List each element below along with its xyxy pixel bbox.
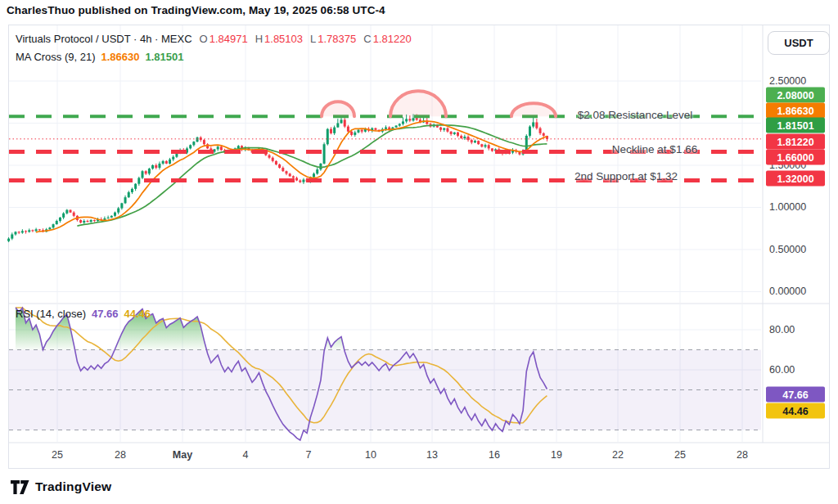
rsi-ma-value: 44.46 (124, 308, 151, 320)
annotation-resistance-label[interactable]: $2.08 Resistance Level (578, 109, 692, 121)
ma-cross-legend[interactable]: MA Cross (9, 21) 1.86630 1.81501 (16, 51, 184, 63)
symbol-legend[interactable]: Virtuals Protocol / USDT · 4h · MEXC O 1… (16, 33, 412, 45)
close-value: 1.81220 (373, 33, 412, 45)
symbol-title: Virtuals Protocol / USDT · 4h · MEXC (16, 33, 192, 45)
time-tick-label: 4 (243, 449, 249, 461)
time-tick-label: 28 (115, 449, 126, 461)
low-label: L (310, 33, 316, 45)
time-tick-label: 25 (52, 449, 63, 461)
time-tick-label: 22 (612, 449, 624, 461)
time-tick-label: 25 (674, 449, 686, 461)
rsi-value: 47.66 (92, 308, 119, 320)
price-badge: 1.66000 (766, 150, 825, 165)
time-tick-label: 13 (426, 449, 438, 461)
price-badge: 1.86630 (766, 103, 825, 119)
open-label: O (200, 33, 208, 45)
price-tick-label: 0.00000 (769, 286, 806, 297)
ma-slow-value: 1.81501 (146, 51, 184, 63)
ma-fast-value: 1.86630 (101, 51, 140, 63)
price-tick-label: 1.00000 (769, 201, 806, 213)
rsi-tick-label: 60.00 (769, 364, 795, 376)
rsi-tick-label: 80.00 (769, 324, 795, 335)
open-value: 1.84971 (210, 33, 248, 45)
currency-usdt-button[interactable]: USDT (768, 31, 830, 55)
annotation-support-label[interactable]: 2nd Support at $1.32 (574, 170, 678, 182)
price-badge: 1.81220 (766, 134, 825, 150)
time-tick-label: 7 (306, 449, 312, 461)
high-label: H (255, 33, 263, 45)
rsi-legend[interactable]: RSI (14, close) 47.66 44.46 (16, 308, 151, 320)
close-label: C (363, 33, 371, 45)
rsi-label: RSI (14, close) (16, 308, 86, 320)
annotation-neckline-label[interactable]: Neckline at $1.66 (612, 143, 697, 155)
price-tick-label: 2.50000 (769, 75, 806, 87)
tradingview-brand-text: TradingView (35, 479, 111, 494)
time-tick-label: 10 (365, 449, 376, 461)
chart-canvas[interactable] (0, 0, 838, 504)
price-tick-label: 0.50000 (769, 244, 806, 255)
rsi-badge: 44.46 (766, 403, 825, 419)
time-tick-label: 16 (489, 449, 500, 461)
time-tick-label: May (173, 449, 192, 461)
price-badge: 1.32000 (766, 171, 825, 187)
price-badge: 2.08000 (766, 88, 825, 103)
ma-cross-label: MA Cross (9, 21) (16, 51, 96, 63)
rsi-badge: 47.66 (766, 387, 825, 403)
high-value: 1.85103 (264, 33, 303, 45)
price-badge: 1.81501 (766, 118, 825, 133)
tradingview-brand-link[interactable]: TradingView (11, 479, 111, 494)
time-tick-label: 19 (551, 449, 562, 461)
low-value: 1.78375 (318, 33, 356, 45)
tradingview-logo-icon (11, 480, 29, 494)
time-tick-label: 28 (737, 449, 748, 461)
